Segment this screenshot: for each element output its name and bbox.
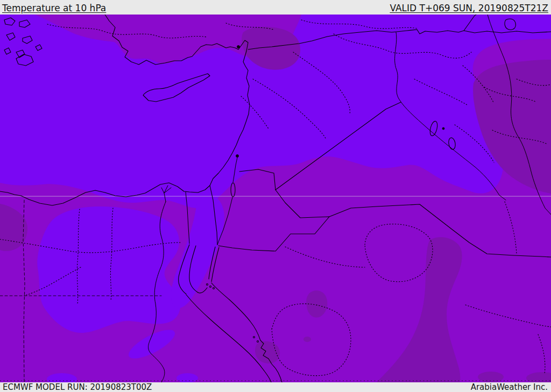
weather-chart-window: Temperature at 10 hPa VALID T+069 SUN, 2…: [0, 0, 551, 392]
lake-habbaniyah: [442, 127, 444, 130]
temperature-shading: [0, 15, 551, 382]
region-dark-dot: [303, 337, 311, 342]
lake-galilee: [236, 155, 239, 158]
region-violet-west-egypt: [37, 206, 180, 333]
weather-map: [0, 15, 551, 382]
map-title: Temperature at 10 hPa: [2, 3, 106, 13]
footer-bar: ECMWF MODEL RUN: 20190823T00Z ArabiaWeat…: [0, 382, 551, 392]
valid-time-label: VALID T+069 SUN, 20190825T21Z: [390, 3, 548, 13]
model-run-label: ECMWF MODEL RUN: 20190823T00Z: [3, 382, 152, 392]
map-area: [0, 15, 551, 382]
credit-label: ArabiaWeather Inc.: [471, 382, 548, 392]
lake-amik: [237, 46, 240, 48]
header-bar: Temperature at 10 hPa VALID T+069 SUN, 2…: [0, 0, 551, 15]
